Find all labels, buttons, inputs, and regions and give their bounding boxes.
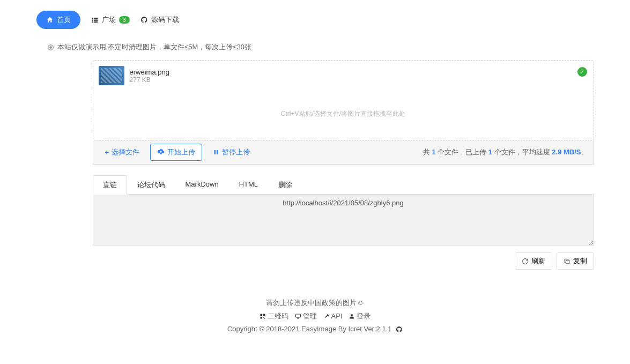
notice-text: 本站仅做演示用,不定时清理图片，单文件≤5M，每次上传≤30张 (57, 42, 251, 52)
list-icon (91, 16, 99, 24)
success-check-icon: ✓ (577, 67, 587, 77)
copy-icon (564, 258, 570, 265)
notice-bar: 本站仅做演示用,不定时清理图片，单文件≤5M，每次上传≤30张 (47, 42, 594, 52)
nav-home-label: 首页 (57, 15, 71, 25)
pause-icon (213, 149, 219, 155)
footer-copyright: Copyright © 2018-2021 EasyImage By Icret… (36, 323, 594, 336)
tab-bbcode[interactable]: 论坛代码 (127, 175, 175, 195)
upload-status: 共 1 个文件，已上传 1 个文件，平均速度 2.9 MB/S。 (423, 147, 588, 157)
svg-rect-9 (264, 318, 265, 319)
github-icon[interactable] (396, 326, 403, 333)
svg-rect-8 (263, 317, 264, 318)
start-upload-button[interactable]: 开始上传 (150, 144, 202, 161)
plus-icon: + (105, 148, 109, 157)
footer-qrcode-link[interactable]: 二维码 (260, 310, 288, 323)
refresh-icon (522, 258, 529, 265)
svg-rect-5 (260, 314, 262, 316)
target-icon (47, 44, 54, 51)
cloud-upload-icon (157, 148, 165, 156)
upload-toolbar: + 选择文件 开始上传 暂停上传 共 1 个文件，已上传 1 个文件，平均速度 … (93, 140, 594, 165)
footer-links: 二维码 管理 API 登录 (36, 310, 594, 323)
footer-login-link[interactable]: 登录 (349, 310, 370, 323)
refresh-button[interactable]: 刷新 (515, 252, 552, 270)
file-name: erweima.png (130, 68, 169, 76)
tab-direct-link[interactable]: 直链 (93, 175, 127, 195)
file-size: 277 KB (130, 76, 169, 84)
nav-source-button[interactable]: 源码下载 (140, 15, 179, 25)
pause-upload-button[interactable]: 暂停上传 (206, 144, 256, 160)
svg-rect-6 (263, 314, 265, 316)
nav-square-button[interactable]: 广场 3 (91, 15, 130, 25)
user-icon (349, 313, 355, 320)
github-icon (140, 16, 148, 24)
monitor-icon (295, 313, 301, 320)
footer-admin-link[interactable]: 管理 (295, 310, 317, 323)
nav-home-button[interactable]: 首页 (36, 11, 80, 29)
select-files-button[interactable]: + 选择文件 (99, 144, 146, 160)
tab-html[interactable]: HTML (229, 175, 268, 195)
nav-source-label: 源码下载 (151, 15, 179, 25)
square-badge: 3 (119, 16, 130, 24)
tab-delete[interactable]: 删除 (268, 175, 302, 195)
svg-rect-7 (260, 317, 262, 319)
file-thumbnail (99, 66, 124, 85)
footer-api-link[interactable]: API (323, 310, 343, 323)
svg-rect-10 (295, 314, 300, 317)
svg-rect-2 (214, 150, 216, 154)
nav-square-label: 广场 (102, 15, 116, 25)
copy-button[interactable]: 复制 (557, 252, 594, 270)
top-nav: 首页 广场 3 源码下载 (36, 11, 594, 29)
svg-rect-4 (566, 260, 569, 264)
qrcode-icon (260, 313, 266, 320)
file-item: erweima.png 277 KB (99, 66, 588, 85)
footer-warning: 请勿上传违反中国政策的图片☺ (36, 296, 594, 310)
drop-hint: Ctrl+V粘贴/选择文件/将图片直接拖拽至此处 (99, 109, 588, 118)
result-actions: 刷新 复制 (93, 252, 594, 270)
upload-dropzone[interactable]: erweima.png 277 KB ✓ Ctrl+V粘贴/选择文件/将图片直接… (93, 60, 594, 140)
svg-point-1 (49, 46, 51, 48)
home-icon (46, 16, 54, 24)
tab-markdown[interactable]: MarkDown (175, 175, 229, 195)
wrench-icon (323, 313, 330, 320)
svg-point-11 (351, 314, 353, 316)
result-tabs: 直链 论坛代码 MarkDown HTML 删除 (93, 175, 594, 195)
result-textarea[interactable] (93, 195, 594, 246)
footer: 请勿上传违反中国政策的图片☺ 二维码 管理 API 登录 Copyright ©… (36, 296, 594, 336)
svg-rect-3 (217, 150, 218, 154)
